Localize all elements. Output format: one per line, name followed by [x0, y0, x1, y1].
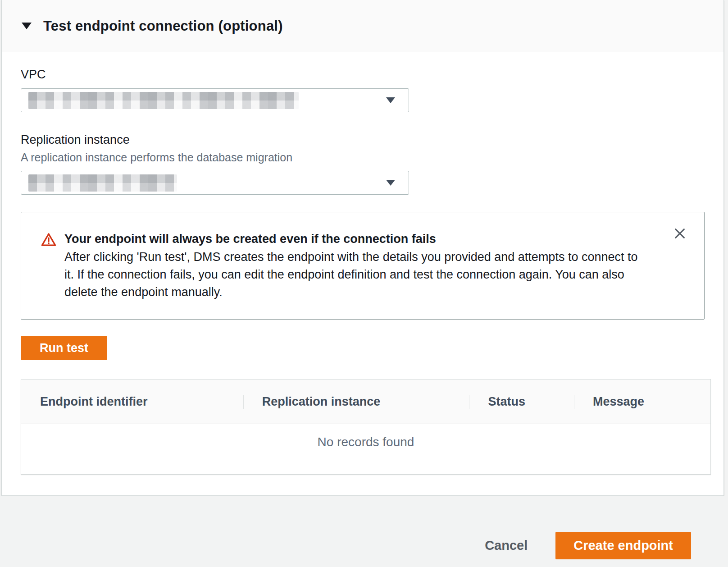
section-header[interactable]: Test endpoint connection (optional): [2, 0, 723, 52]
empty-state-message: No records found: [318, 435, 414, 449]
replication-instance-field-group: Replication instance A replication insta…: [21, 133, 705, 195]
vpc-select[interactable]: [21, 88, 409, 112]
replication-instance-redacted-value: [28, 174, 177, 192]
vpc-redacted-value: [28, 92, 299, 109]
column-header-status: Status: [469, 395, 574, 409]
replication-instance-select[interactable]: [21, 171, 409, 195]
table-body: No records found: [21, 424, 710, 474]
test-endpoint-connection-panel: Test endpoint connection (optional) VPC …: [1, 0, 724, 496]
caret-down-icon: [386, 97, 395, 103]
close-icon: [673, 227, 687, 242]
section-body: VPC Replication instance A replication i…: [2, 52, 723, 475]
vpc-label: VPC: [21, 68, 705, 82]
connection-results-table: Endpoint identifier Replication instance…: [21, 379, 711, 475]
warning-triangle-icon: [41, 232, 56, 249]
table-header-row: Endpoint identifier Replication instance…: [21, 380, 710, 424]
section-title: Test endpoint connection (optional): [43, 18, 283, 34]
warning-dismiss-button[interactable]: [672, 226, 688, 242]
run-test-button[interactable]: Run test: [21, 336, 107, 360]
column-header-replication-instance: Replication instance: [243, 395, 469, 409]
triangle-down-icon: [22, 23, 32, 29]
replication-instance-label: Replication instance: [21, 133, 705, 147]
create-endpoint-button[interactable]: Create endpoint: [555, 532, 691, 559]
replication-instance-description: A replication instance performs the data…: [21, 151, 705, 164]
warning-title: Your endpoint will always be created eve…: [64, 230, 650, 248]
caret-down-icon: [386, 180, 395, 186]
warning-alert: Your endpoint will always be created eve…: [21, 212, 705, 320]
footer-action-bar: Cancel Create endpoint: [0, 496, 728, 567]
warning-body: After clicking 'Run test', DMS creates t…: [64, 248, 650, 301]
vpc-field-group: VPC: [21, 68, 705, 112]
warning-text-block: Your endpoint will always be created eve…: [64, 230, 650, 301]
column-header-endpoint-identifier: Endpoint identifier: [21, 395, 243, 409]
cancel-button[interactable]: Cancel: [485, 538, 528, 553]
column-header-message: Message: [574, 395, 710, 409]
